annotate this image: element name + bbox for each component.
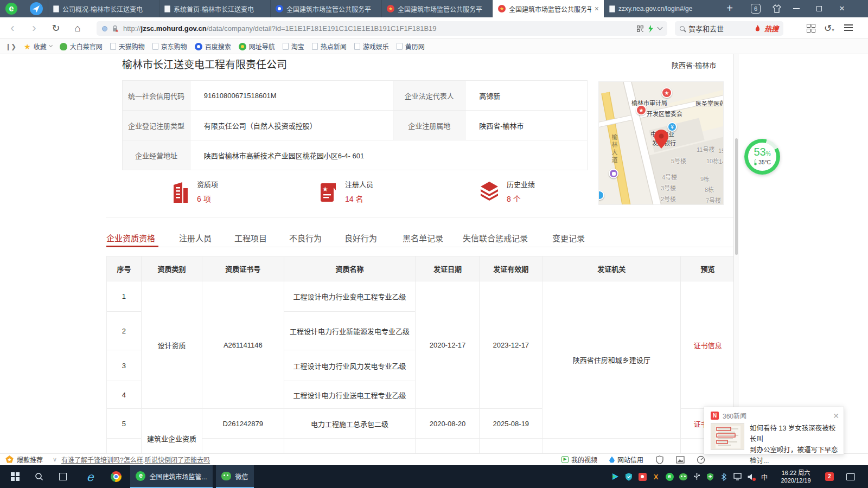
- tab-blacklist[interactable]: 黑名单记录: [403, 232, 443, 243]
- browser-tab-4[interactable]: ★ 全国建筑市场监管公共服务平: [381, 0, 493, 17]
- page-icon: [397, 43, 403, 50]
- browser-tab-2[interactable]: 系统首页-榆林市长江送变电: [159, 0, 270, 17]
- page-scrollbar[interactable]: [733, 54, 738, 453]
- divider: [106, 217, 735, 217]
- 360-browser-icon[interactable]: e: [665, 472, 674, 481]
- red-app-icon[interactable]: [638, 472, 647, 481]
- location-map[interactable]: 榆林市审计局 医圣堂医药 开发区管委会 中国农业 发展银行 11号楼 5号楼 1…: [598, 81, 724, 205]
- bookmark-tmall[interactable]: 天猫购物: [110, 42, 145, 51]
- start-button[interactable]: [4, 465, 26, 488]
- tab-dishonesty-records[interactable]: 失信联合惩戒记录: [463, 232, 528, 243]
- bookmark-news[interactable]: 热点新闻: [312, 42, 347, 51]
- usb-icon[interactable]: [692, 472, 701, 481]
- tab-qualifications[interactable]: 企业资质资格: [106, 232, 155, 243]
- tab-bad-behavior[interactable]: 不良行为: [289, 232, 322, 243]
- restore-button[interactable]: [809, 0, 829, 17]
- back-icon[interactable]: ‹: [4, 17, 21, 39]
- news-source: 360新闻: [723, 411, 829, 420]
- news-thumbnail[interactable]: [711, 423, 744, 450]
- tab-projects[interactable]: 工程项目: [234, 232, 267, 243]
- browser-tab-6[interactable]: zzxy.nea.gov.cn/login#/ge: [604, 0, 715, 17]
- forward-icon[interactable]: ›: [26, 17, 42, 39]
- tencent-video-icon[interactable]: [611, 472, 620, 481]
- my-videos-button[interactable]: ▶我的视频: [561, 455, 597, 464]
- map-star-marker[interactable]: ★: [636, 105, 647, 115]
- tab-good-behavior[interactable]: 良好行为: [344, 232, 377, 243]
- flame-icon: [755, 25, 761, 32]
- browser-tab-3[interactable]: 全国建筑市场监管公共服务平: [270, 0, 381, 17]
- skin-theme-icon[interactable]: [771, 3, 782, 14]
- cell-qual-name: 电力工程施工总承包二级: [284, 409, 416, 439]
- bookmark-nav[interactable]: 网址导航: [239, 42, 275, 51]
- taskbar-active-app[interactable]: e 全国建筑市场监管...: [130, 465, 213, 488]
- search-box[interactable]: 贺孝和去世 热搜: [675, 21, 783, 36]
- compass-icon[interactable]: [30, 2, 43, 15]
- tab-registered-personnel[interactable]: 注册人员: [179, 232, 212, 243]
- x-app-icon[interactable]: X: [652, 472, 660, 481]
- browser-logo-icon[interactable]: e: [5, 3, 17, 15]
- taskbar-search-button[interactable]: [28, 465, 50, 488]
- new-tab-button[interactable]: +: [723, 2, 737, 16]
- collapse-icon[interactable]: ∨: [53, 456, 57, 463]
- close-button[interactable]: ×: [832, 0, 852, 17]
- message-badge[interactable]: 2: [820, 465, 839, 488]
- news-headline[interactable]: 如何看待 13 岁女孩深夜被校长叫 到办公室殴打，被逼写下早恋检讨...: [750, 423, 838, 466]
- image-icon[interactable]: [676, 456, 685, 464]
- taskbar-ie-button[interactable]: e: [78, 465, 102, 488]
- action-center-button[interactable]: [840, 465, 861, 488]
- speed-lightning-icon[interactable]: [648, 25, 654, 33]
- green-shield-icon[interactable]: [706, 472, 714, 481]
- volume-icon[interactable]: [746, 472, 755, 481]
- browser-tab-5-active[interactable]: ★ 全国建筑市场监管公共服务平 ×: [493, 0, 604, 17]
- main-menu-icon[interactable]: [844, 24, 853, 31]
- tab-change-records[interactable]: 变更记录: [552, 232, 585, 243]
- taskbar-wechat-app[interactable]: 微信: [216, 465, 254, 488]
- speedup-ball[interactable]: 53% 35°C: [744, 139, 780, 175]
- tab-title: zzxy.nea.gov.cn/login#/ge: [618, 5, 710, 12]
- ime-indicator[interactable]: 中: [760, 472, 769, 481]
- map-star-marker[interactable]: ★: [661, 87, 672, 98]
- bookmark-dabaicai[interactable]: 大白菜官网: [60, 42, 103, 51]
- task-view-button[interactable]: [52, 465, 74, 488]
- bookmark-games[interactable]: 游戏娱乐: [354, 42, 389, 51]
- favorites-menu[interactable]: ★ 收藏: [24, 42, 52, 51]
- hot-recommend-label[interactable]: 爆款推荐: [17, 455, 43, 464]
- chevron-down-icon[interactable]: [658, 25, 663, 30]
- url-text[interactable]: http://jzsc.mohurd.gov.cn/data/company/d…: [123, 24, 633, 33]
- browser-tab-1[interactable]: 公司概况-榆林市长江送变电: [48, 0, 159, 17]
- shield-icon[interactable]: [655, 455, 664, 464]
- site-info-icon[interactable]: [102, 26, 107, 31]
- display-icon[interactable]: [733, 472, 742, 481]
- tab-close-icon[interactable]: ×: [595, 5, 599, 12]
- map-red-pin[interactable]: [654, 130, 668, 149]
- map-shop-marker[interactable]: [609, 169, 618, 178]
- 360-shield-icon[interactable]: [624, 472, 633, 481]
- bluetooth-icon[interactable]: [719, 472, 728, 481]
- popup-close-icon[interactable]: ✕: [833, 412, 839, 420]
- map-bank-marker[interactable]: ¥: [667, 122, 677, 132]
- taskbar-chrome-button[interactable]: [104, 465, 128, 488]
- search-suggestion[interactable]: 贺孝和去世: [688, 23, 751, 34]
- bookmark-baidu[interactable]: 百度搜索: [195, 42, 231, 51]
- scrollbar-thumb[interactable]: [735, 138, 738, 255]
- tab-count-badge[interactable]: 6: [751, 4, 761, 14]
- bookmark-jd[interactable]: 京东购物: [152, 42, 187, 51]
- minimize-button[interactable]: [787, 0, 806, 17]
- taskbar-clock[interactable]: 16:22 周六 2020/12/19: [775, 465, 817, 488]
- hot-search-label[interactable]: 热搜: [764, 23, 778, 34]
- refresh-icon[interactable]: ↻: [48, 17, 64, 39]
- home-icon[interactable]: ⌂: [69, 17, 86, 39]
- wechat-tray-icon[interactable]: [679, 472, 687, 481]
- page-icon: [152, 43, 158, 50]
- site-credit-button[interactable]: 网站信用: [609, 455, 643, 464]
- url-box[interactable]: × http://jzsc.mohurd.gov.cn/data/company…: [97, 21, 667, 36]
- web-page-content: 榆林市长江送变电工程有限责任公司 陕西省-榆林市 统一社会信用代码 916108…: [0, 54, 868, 453]
- qr-code-icon[interactable]: [637, 25, 643, 32]
- apps-grid-icon[interactable]: [807, 24, 815, 33]
- undo-recent-icon[interactable]: ↺▾: [824, 23, 834, 34]
- certificate-info-link[interactable]: 证书信息: [681, 281, 735, 409]
- recommend-link[interactable]: 有谁了解千锋培训吗?怎么样,听说快倒闭了还能去吗: [61, 455, 210, 464]
- bookmark-taobao[interactable]: 淘宝: [283, 42, 304, 51]
- bookmark-huangli[interactable]: 黄历网: [397, 42, 425, 51]
- expand-sidebar-icon[interactable]: ❙❯: [5, 43, 16, 50]
